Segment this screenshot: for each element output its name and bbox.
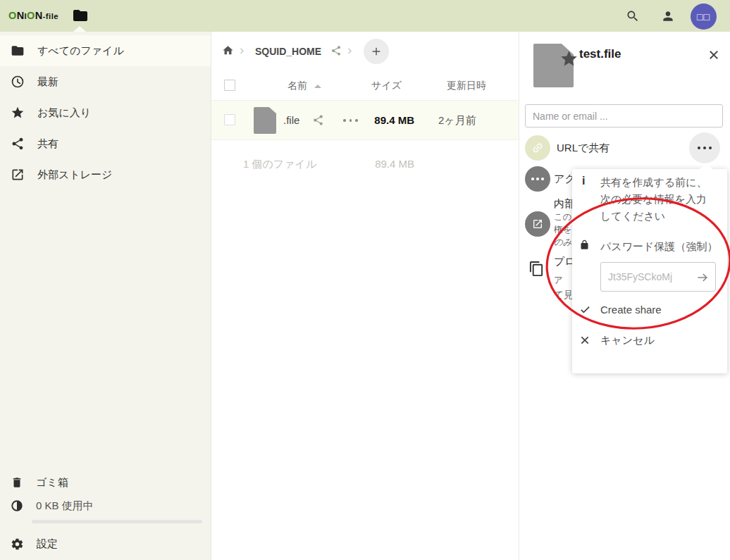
column-label: 名前 (287, 80, 307, 91)
row-checkbox[interactable] (224, 114, 235, 125)
column-label: サイズ (371, 80, 402, 91)
file-count-summary: 1 個のファイル (243, 158, 316, 171)
sidebar-item-external-storage[interactable]: 外部ストレージ (0, 159, 211, 190)
file-name-label: .file (283, 114, 299, 126)
total-size-summary: 89.4 MB (351, 158, 414, 170)
new-file-button[interactable] (364, 39, 389, 64)
sidebar-item-recent[interactable]: 最新 (0, 66, 211, 97)
files-app-icon[interactable] (72, 7, 89, 24)
logo-letter: O (27, 10, 35, 21)
quota-progress-bar (32, 520, 202, 523)
info-line: 次の必要な情報を入力 (600, 193, 707, 206)
favorite-star-icon[interactable] (559, 49, 579, 71)
create-share-button[interactable]: Create share (600, 304, 662, 316)
row-share-icon[interactable] (312, 114, 324, 129)
file-name[interactable]: .file (283, 114, 299, 126)
breadcrumb-share-icon[interactable] (330, 45, 342, 59)
cancel-x-icon (579, 335, 590, 349)
cancel-button[interactable]: キャンセル (600, 334, 655, 347)
info-line: 共有を作成する前に、 (600, 176, 707, 189)
select-all-checkbox[interactable] (224, 80, 235, 91)
internal-link-desc: この (554, 211, 572, 223)
panel-title-label: test.file (579, 47, 621, 61)
info-text: してください (600, 210, 665, 222)
trash-icon (11, 476, 23, 489)
home-icon[interactable] (222, 44, 234, 59)
sidebar-item-label: ゴミ箱 (36, 476, 68, 490)
share-icon (11, 137, 25, 151)
info-glyph: i (582, 175, 585, 187)
more-shares-icon[interactable] (525, 166, 550, 192)
projects-desc: て見 (554, 289, 573, 301)
column-header-name[interactable]: 名前 (287, 80, 307, 92)
contacts-icon[interactable] (661, 9, 675, 23)
logo-letter: N (17, 10, 25, 21)
breadcrumb-chevron: › (347, 43, 352, 56)
share-link-menu-button[interactable] (689, 132, 720, 163)
external-storage-icon (11, 168, 25, 182)
share-search-input[interactable] (525, 104, 723, 127)
quota-indicator: 0 KB 使用中 (0, 493, 211, 518)
sort-asc-icon (314, 85, 321, 88)
internal-link-desc: 権を (554, 224, 571, 236)
close-icon[interactable] (707, 49, 720, 64)
sidebar-item-label: 外部ストレージ (37, 168, 112, 182)
share-link-text: URLで共有 (557, 142, 610, 154)
info-icon: i (582, 175, 585, 187)
summary-label: 1 個のファイル (243, 158, 316, 170)
panel-title: test.file (579, 47, 621, 61)
internal-link-icon[interactable] (525, 211, 550, 237)
logo-letter: O (8, 10, 17, 21)
file-type-icon[interactable] (254, 107, 276, 134)
share-link-icon (525, 135, 550, 161)
file-size-label: 89.4 MB (374, 114, 414, 126)
share-link-label: URLで共有 (557, 142, 610, 155)
quota-label: 0 KB 使用中 (36, 499, 94, 513)
clipped-text: のみ (554, 237, 572, 247)
summary-label: 89.4 MB (375, 158, 414, 170)
active-app-pointer (73, 26, 86, 32)
projects-desc: ア (554, 275, 563, 287)
sidebar-item-all-files[interactable]: すべてのファイル (0, 35, 211, 66)
search-icon[interactable] (626, 9, 640, 23)
clipped-text: ア (554, 275, 563, 285)
clipped-text: 権を (554, 225, 571, 235)
info-text: 共有を作成する前に、 (600, 176, 707, 188)
password-label-text: パスワード保護（強制） (600, 240, 717, 252)
sidebar-item-label: すべてのファイル (37, 44, 124, 58)
clipped-text: て見 (554, 290, 573, 300)
sidebar-item-label: 最新 (37, 75, 58, 89)
clock-icon (11, 75, 25, 89)
password-protection-label: パスワード保護（強制） (600, 240, 717, 254)
create-share-label: Create share (600, 304, 662, 316)
info-text: 次の必要な情報を入力 (600, 193, 707, 205)
avatar-initials: □□ (697, 11, 710, 23)
column-header-size[interactable]: サイズ (351, 80, 402, 92)
internal-link-desc: のみ (554, 237, 572, 249)
breadcrumb-folder[interactable]: SQUID_HOME (255, 46, 321, 57)
popover-pointer (699, 163, 713, 170)
breadcrumb-chevron: › (240, 43, 244, 56)
file-modified-label: 2ヶ月前 (438, 114, 476, 126)
sidebar-item-favorites[interactable]: お気に入り (0, 97, 211, 128)
file-modified: 2ヶ月前 (438, 114, 476, 127)
sidebar-item-label: 設定 (37, 537, 58, 551)
cancel-label: キャンセル (600, 334, 655, 346)
quota-pie-icon (11, 499, 23, 512)
sidebar-item-shares[interactable]: 共有 (0, 128, 211, 159)
sidebar-item-label: 共有 (37, 137, 58, 151)
sidebar-item-label: お気に入り (37, 106, 91, 120)
clipped-text: この (554, 212, 572, 222)
logo-suffix: -file (43, 12, 58, 20)
star-icon (11, 106, 25, 120)
app-logo[interactable]: ONION-file (8, 10, 58, 21)
column-label: 更新日時 (447, 80, 486, 91)
folder-icon (11, 44, 25, 58)
check-icon (579, 304, 591, 318)
projects-icon[interactable] (528, 261, 545, 280)
column-header-modified[interactable]: 更新日時 (447, 80, 486, 92)
sidebar-item-settings[interactable]: 設定 (0, 528, 211, 559)
avatar[interactable]: □□ (691, 4, 717, 30)
submit-password-icon[interactable] (695, 270, 710, 287)
gear-icon (11, 537, 24, 551)
